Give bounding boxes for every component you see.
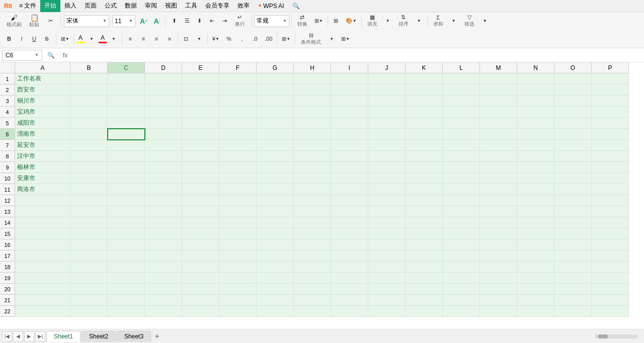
add-sheet-button[interactable]: + (152, 331, 162, 341)
cell-h19[interactable] (294, 273, 331, 284)
cell-f11[interactable] (219, 184, 257, 195)
cell-h22[interactable] (294, 306, 331, 317)
col-header-j[interactable]: J (368, 62, 406, 73)
cell-k3[interactable] (406, 96, 443, 107)
cell-d7[interactable] (145, 140, 182, 151)
row-num-14[interactable]: 14 (0, 217, 15, 228)
row-col-format-button[interactable]: ⊞▼ (279, 33, 293, 45)
cell-k10[interactable] (406, 173, 443, 184)
paste-button[interactable]: 📋 粘贴 (26, 13, 43, 29)
fill-color-dropdown[interactable]: ▼ (86, 33, 98, 45)
cell-l18[interactable] (443, 262, 480, 273)
cell-p6[interactable] (592, 129, 629, 140)
cell-p11[interactable] (592, 184, 629, 195)
cell-b18[interactable] (70, 262, 108, 273)
cell-m17[interactable] (480, 250, 517, 262)
cell-b13[interactable] (70, 206, 108, 217)
cell-j15[interactable] (368, 228, 406, 239)
cell-c10[interactable] (108, 173, 145, 184)
cell-h21[interactable] (294, 295, 331, 306)
insert-function-button[interactable]: fx (60, 52, 70, 59)
cell-i8[interactable] (331, 151, 368, 162)
cell-c21[interactable] (108, 295, 145, 306)
cell-g8[interactable] (257, 151, 294, 162)
menu-file[interactable]: ≡ 文件 (15, 0, 40, 12)
cell-m6[interactable] (480, 129, 517, 140)
cell-d3[interactable] (145, 96, 182, 107)
currency-button[interactable]: ¥▼ (210, 33, 222, 45)
cell-k2[interactable] (406, 84, 443, 96)
cell-p7[interactable] (592, 140, 629, 151)
border-button[interactable]: ⊞▼ (58, 33, 72, 45)
percent-button[interactable]: % (223, 33, 235, 45)
sheet-nav-first[interactable]: |◀ (2, 331, 12, 341)
cell-m9[interactable] (480, 162, 517, 173)
cell-e18[interactable] (182, 262, 219, 273)
col-header-c[interactable]: C (108, 62, 145, 73)
col-header-k[interactable]: K (406, 62, 443, 73)
cell-h1[interactable] (294, 73, 331, 84)
cell-p17[interactable] (592, 250, 629, 262)
cell-g3[interactable] (257, 96, 294, 107)
cell-g4[interactable] (257, 107, 294, 118)
merge-dropdown[interactable]: ▼ (193, 33, 205, 45)
color-fill-button[interactable]: 🎨▼ (343, 15, 359, 27)
sheet-tab-sheet3[interactable]: Sheet3 (117, 331, 151, 342)
col-header-b[interactable]: B (70, 62, 108, 73)
font-name-selector[interactable]: 宋体 ▼ (64, 15, 109, 27)
cell-m20[interactable] (480, 284, 517, 295)
col-header-g[interactable]: G (257, 62, 294, 73)
cell-a19[interactable] (15, 273, 70, 284)
cell-c9[interactable] (108, 162, 145, 173)
cell-i15[interactable] (331, 228, 368, 239)
cell-n21[interactable] (517, 295, 554, 306)
cell-o7[interactable] (554, 140, 592, 151)
cell-g22[interactable] (257, 306, 294, 317)
row-num-9[interactable]: 9 (0, 162, 15, 173)
cell-f13[interactable] (219, 206, 257, 217)
cell-l20[interactable] (443, 284, 480, 295)
cell-f6[interactable] (219, 129, 257, 140)
cell-l21[interactable] (443, 295, 480, 306)
sheet-nav-last[interactable]: ▶| (35, 331, 45, 341)
cell-o10[interactable] (554, 173, 592, 184)
cell-f18[interactable] (219, 262, 257, 273)
align-middle-button[interactable]: ☰ (181, 15, 193, 27)
cell-c2[interactable] (108, 84, 145, 96)
cell-d20[interactable] (145, 284, 182, 295)
cell-k5[interactable] (406, 118, 443, 129)
cell-j6[interactable] (368, 129, 406, 140)
cell-e8[interactable] (182, 151, 219, 162)
cell-h14[interactable] (294, 217, 331, 228)
cell-k1[interactable] (406, 73, 443, 84)
cell-p4[interactable] (592, 107, 629, 118)
cell-f10[interactable] (219, 173, 257, 184)
row-num-2[interactable]: 2 (0, 84, 15, 96)
cell-l17[interactable] (443, 250, 480, 262)
menu-home[interactable]: 开始 (40, 0, 60, 12)
center-align-button[interactable]: ≡ (137, 33, 149, 45)
col-header-l[interactable]: L (443, 62, 480, 73)
cell-c14[interactable] (108, 217, 145, 228)
sheet-nav-next[interactable]: ▶ (24, 331, 34, 341)
cell-n14[interactable] (517, 217, 554, 228)
cell-f21[interactable] (219, 295, 257, 306)
cell-c7[interactable] (108, 140, 145, 151)
cell-b5[interactable] (70, 118, 108, 129)
cell-c22[interactable] (108, 306, 145, 317)
sum-dropdown[interactable]: ▼ (448, 15, 460, 27)
cell-a16[interactable] (15, 239, 70, 250)
cell-j20[interactable] (368, 284, 406, 295)
cell-reference-box[interactable]: C6 ▼ (2, 50, 42, 61)
cell-o20[interactable] (554, 284, 592, 295)
cell-i20[interactable] (331, 284, 368, 295)
cell-p5[interactable] (592, 118, 629, 129)
cell-j18[interactable] (368, 262, 406, 273)
decrease-font-button[interactable]: A- (151, 15, 163, 27)
filter-dropdown[interactable]: ▼ (479, 15, 491, 27)
cell-e6[interactable] (182, 129, 219, 140)
cell-i22[interactable] (331, 306, 368, 317)
cell-i9[interactable] (331, 162, 368, 173)
cell-m14[interactable] (480, 217, 517, 228)
cell-c6[interactable] (108, 129, 145, 140)
